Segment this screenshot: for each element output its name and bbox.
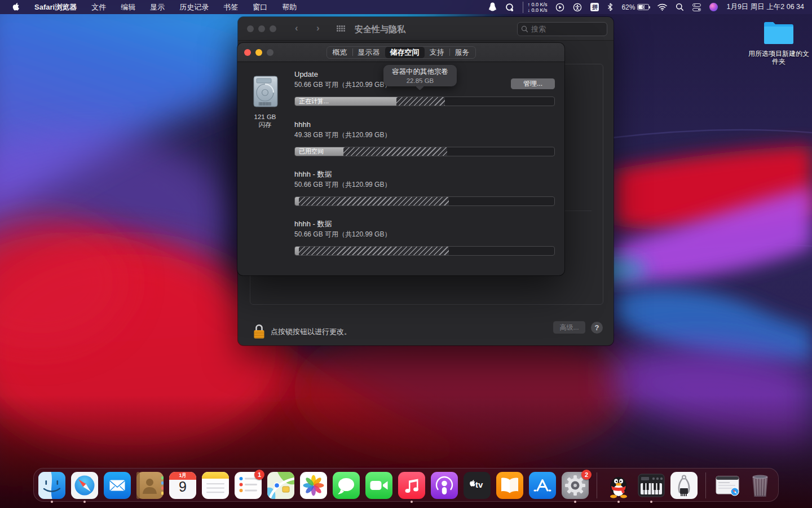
accessibility-icon[interactable] — [573, 3, 582, 12]
dock-separator — [705, 472, 706, 498]
notification-badge: 1 — [254, 470, 264, 480]
dock-app-store-icon[interactable] — [529, 472, 556, 499]
dock-music-icon[interactable] — [398, 472, 425, 499]
dock-tv-icon[interactable]: tv — [464, 472, 491, 499]
desktop-folder-new-from-selection[interactable]: 用所选项目新建的文件夹 — [745, 20, 812, 65]
search-placeholder: 搜索 — [531, 24, 546, 34]
other-volumes-tooltip: 容器中的其他宗卷 22.85 GB — [383, 65, 457, 86]
tab-support[interactable]: 支持 — [425, 47, 449, 58]
disk-capacity-label: 121 GB 闪存 — [240, 113, 290, 129]
dock-calipers-utility-icon[interactable] — [670, 472, 698, 499]
dock-maps-icon[interactable] — [267, 472, 294, 499]
back-nav-button[interactable]: ‹ — [295, 23, 298, 34]
tab-overview[interactable]: 概览 — [328, 47, 352, 58]
menu-bar: Safari浏览器 文件 编辑 显示 历史记录 书签 窗口 帮助 ↑ 0.0 K… — [0, 0, 812, 14]
tv-label: tv — [475, 480, 483, 489]
volume-usage-bar — [294, 196, 555, 206]
active-app-name[interactable]: Safari浏览器 — [34, 2, 77, 12]
running-indicator — [51, 501, 53, 503]
dock-books-icon[interactable] — [496, 472, 523, 499]
preferences-search-field[interactable]: 搜索 — [517, 22, 607, 36]
input-method-icon[interactable]: 拼 — [590, 3, 599, 11]
dock-safari-icon[interactable] — [71, 472, 98, 499]
dock-podcasts-icon[interactable] — [431, 472, 458, 499]
spotlight-search-icon[interactable] — [676, 3, 684, 11]
running-indicator — [574, 501, 576, 503]
play-status-icon[interactable] — [555, 3, 564, 12]
dock-minimized-safari-window[interactable] — [714, 472, 741, 499]
storage-window-titlebar[interactable]: 概览 显示器 储存空间 支持 服务 — [237, 43, 564, 62]
volume-name: hhhh — [294, 120, 311, 129]
bar-other-volumes-segment — [299, 197, 449, 205]
dock-trash-icon[interactable] — [747, 472, 774, 499]
battery-indicator[interactable]: 62% — [621, 3, 649, 11]
minimize-button[interactable] — [258, 25, 265, 32]
lock-hint-text: 点按锁按钮以进行更改。 — [271, 327, 351, 337]
dock-mail-icon[interactable] — [104, 472, 131, 499]
dock-photos-icon[interactable] — [300, 472, 327, 499]
back-window-title: 安全性与隐私 — [355, 24, 405, 35]
volume-name: Update — [294, 70, 318, 78]
network-speed-indicator[interactable]: ↑ 0.0 K/s↓ 0.0 K/s — [523, 2, 547, 13]
show-all-preferences-icon[interactable] — [337, 25, 346, 32]
forward-nav-button[interactable]: › — [316, 23, 320, 34]
folder-icon — [762, 20, 795, 46]
qq-penguin-icon[interactable] — [488, 2, 497, 12]
battery-icon — [637, 4, 649, 10]
notification-badge: 2 — [581, 470, 592, 480]
qq-music-icon[interactable] — [505, 3, 514, 12]
dock: 1月 9 1 — [33, 468, 779, 502]
manage-button[interactable]: 管理... — [511, 78, 555, 89]
dock-messages-icon[interactable] — [333, 472, 360, 499]
running-indicator — [411, 501, 413, 503]
dock-midi-keyboard-icon[interactable] — [638, 472, 665, 499]
volume-available: 50.66 GB 可用（共120.99 GB） — [294, 230, 391, 239]
bar-other-volumes-segment — [343, 147, 447, 156]
tab-displays[interactable]: 显示器 — [353, 47, 385, 58]
zoom-button[interactable] — [270, 25, 276, 32]
bar-other-volumes-segment[interactable] — [396, 97, 445, 106]
volume-name: hhhh - 数据 — [294, 169, 332, 179]
close-button[interactable] — [244, 49, 251, 56]
volume-usage-bar: 已用空间 — [294, 147, 555, 156]
dock-qq-icon[interactable] — [605, 472, 632, 499]
volume-available: 50.66 GB 可用（共120.99 GB） — [294, 80, 391, 90]
back-window-titlebar[interactable]: ‹ › 安全性与隐私 搜索 — [238, 17, 614, 41]
menu-bar-clock[interactable]: 1月9日 周日 上午2 06 34 — [726, 2, 804, 12]
menu-help[interactable]: 帮助 — [282, 2, 297, 12]
menu-edit[interactable]: 编辑 — [121, 2, 135, 12]
dock-system-preferences-icon[interactable]: 2 — [562, 472, 589, 499]
dock-facetime-icon[interactable] — [365, 472, 392, 499]
storage-window: 概览 显示器 储存空间 支持 服务 121 GB 闪存 Update 50.66… — [237, 43, 564, 275]
dock-finder-icon[interactable] — [38, 472, 65, 499]
close-button[interactable] — [247, 25, 254, 32]
search-icon — [521, 25, 528, 33]
minimize-button[interactable] — [255, 49, 262, 56]
wifi-icon[interactable] — [657, 3, 667, 11]
lock-icon[interactable] — [253, 323, 265, 340]
menu-window[interactable]: 窗口 — [253, 2, 267, 12]
volume-name: hhhh - 数据 — [294, 219, 332, 229]
advanced-button[interactable]: 高级... — [553, 321, 585, 334]
dock-notes-icon[interactable] — [202, 472, 229, 499]
tab-storage[interactable]: 储存空间 — [385, 47, 425, 58]
bluetooth-icon[interactable] — [607, 3, 613, 11]
apple-menu-icon[interactable] — [11, 2, 20, 12]
menu-file[interactable]: 文件 — [91, 2, 106, 12]
menu-history[interactable]: 历史记录 — [179, 2, 209, 12]
bar-used-segment — [295, 197, 299, 205]
dock-contacts-icon[interactable] — [136, 472, 164, 499]
bar-used-segment — [295, 247, 299, 255]
help-button[interactable]: ? — [591, 322, 603, 334]
menu-view[interactable]: 显示 — [150, 2, 165, 12]
control-center-icon[interactable] — [692, 3, 701, 11]
dock-calendar-icon[interactable]: 1月 9 — [169, 472, 196, 499]
volume-usage-bar — [294, 246, 555, 256]
volume-usage-bar: 正在计算... — [294, 97, 555, 106]
zoom-button[interactable] — [267, 49, 273, 56]
dock-reminders-icon[interactable]: 1 — [235, 472, 262, 499]
tab-service[interactable]: 服务 — [450, 47, 475, 58]
volume-available: 50.66 GB 可用（共120.99 GB） — [294, 180, 391, 190]
menu-bookmarks[interactable]: 书签 — [223, 2, 238, 12]
siri-icon[interactable] — [709, 3, 718, 11]
